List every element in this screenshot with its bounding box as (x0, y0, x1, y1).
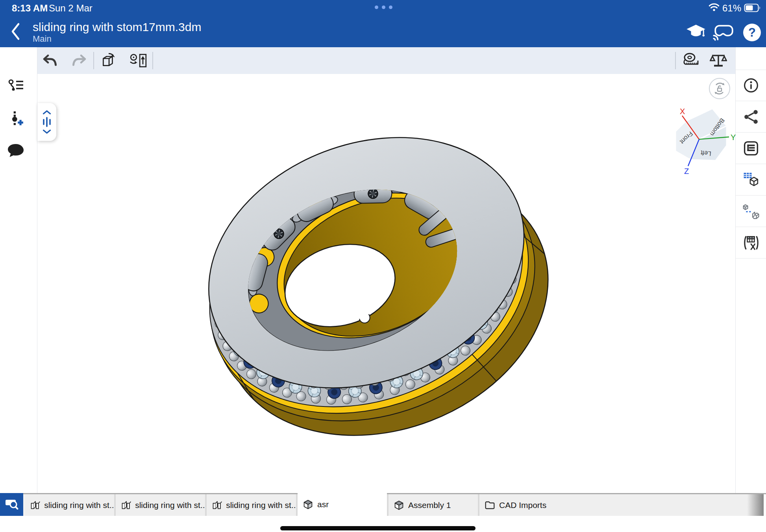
history-items-button[interactable] (8, 79, 24, 94)
tab-document-2[interactable]: sliding ring with st... (116, 494, 205, 516)
comments-button[interactable] (7, 143, 24, 158)
export-box-button[interactable] (100, 52, 117, 69)
tab-document-3[interactable]: sliding ring with st... (207, 494, 296, 516)
title-bar: sliding ring with stom17mm.3dm Main ? (0, 16, 766, 47)
multitasking-dots-icon[interactable] (375, 6, 392, 9)
tab-label: sliding ring with st... (135, 501, 205, 510)
toolbar-separator (675, 52, 676, 69)
measure-tape-button[interactable] (682, 53, 700, 68)
rotation-lock-button[interactable] (709, 78, 730, 99)
variables-icon (743, 235, 759, 251)
tab-bar-empty (569, 494, 766, 516)
rotation-lock-icon (712, 81, 727, 96)
chevron-up-icon[interactable] (43, 110, 51, 115)
revolve-tool-button[interactable] (130, 52, 148, 69)
workspace-name: Main (33, 34, 52, 44)
tab-label: asr (317, 500, 329, 509)
tab-bar: sliding ring with st... sliding ring wit… (0, 493, 766, 516)
chevron-down-icon[interactable] (43, 129, 51, 134)
help-button[interactable]: ? (743, 24, 761, 41)
outline-list-icon (744, 141, 759, 156)
document-title: sliding ring with stom17mm.3dm (33, 20, 201, 34)
history-slider-icon[interactable] (42, 117, 52, 127)
right-sidebar (735, 47, 766, 493)
toolbar-separator (152, 52, 153, 69)
axis-x-label: X (680, 108, 685, 116)
left-sidebar (0, 47, 37, 493)
back-button[interactable] (10, 22, 21, 41)
tab-bar-edge (764, 494, 766, 516)
home-indicator[interactable] (280, 526, 476, 530)
tab-label: sliding ring with st... (44, 501, 114, 510)
design-doc-icon (30, 500, 40, 511)
wifi-icon (709, 3, 720, 11)
toolbar-separator (93, 52, 94, 69)
visor-ar-icon[interactable] (712, 24, 735, 41)
tab-cad-imports[interactable]: CAD Imports (479, 494, 569, 516)
design-doc-icon (121, 500, 131, 511)
viewport-3d[interactable] (37, 74, 735, 493)
position-button[interactable] (736, 196, 766, 227)
app-window: 8:13 AM Sun 2 Mar 61% sliding ring with … (0, 0, 766, 532)
battery-icon (744, 4, 761, 12)
status-bar: 8:13 AM Sun 2 Mar 61% (0, 0, 766, 16)
cube-icon (394, 500, 404, 511)
axis-y-label: Y (731, 133, 736, 142)
appearance-cube-icon (743, 172, 759, 188)
battery-percent: 61% (722, 3, 741, 14)
tab-label: sliding ring with st... (226, 501, 296, 510)
undo-button[interactable] (43, 54, 57, 68)
toolbar (37, 47, 735, 74)
folder-icon (485, 500, 495, 511)
axis-z-label: Z (684, 167, 689, 175)
status-date: Sun 2 Mar (49, 3, 93, 14)
redo-button[interactable] (72, 54, 86, 68)
status-time: 8:13 AM (12, 3, 48, 14)
view-cube[interactable]: Bottom Front Left X Y Z (669, 108, 737, 178)
project-browser-button[interactable] (0, 493, 23, 516)
weight-scale-button[interactable] (710, 53, 727, 68)
tab-bar-scroll-shadow (747, 494, 764, 516)
share-button[interactable] (736, 101, 766, 133)
share-icon (744, 109, 759, 124)
search-icon (4, 497, 19, 512)
add-step-button[interactable] (9, 111, 24, 127)
info-icon (744, 78, 759, 93)
info-button[interactable] (736, 70, 766, 101)
tab-assembly-1[interactable]: Assembly 1 (389, 494, 478, 516)
appearance-button[interactable] (736, 164, 766, 196)
position-bodies-icon (743, 203, 759, 220)
help-glyph: ? (748, 26, 756, 40)
tab-document-1[interactable]: sliding ring with st... (25, 494, 114, 516)
tab-label: CAD Imports (499, 501, 546, 510)
cube-face-left: Left (700, 150, 712, 157)
variables-button[interactable] (736, 227, 766, 259)
learn-graduation-cap-icon[interactable] (686, 24, 706, 41)
history-slider-widget[interactable] (37, 103, 56, 141)
tab-asr-active[interactable]: asr (298, 493, 387, 516)
ring-group (166, 91, 586, 482)
ring-model (37, 74, 735, 493)
design-doc-icon (212, 500, 222, 511)
tab-label: Assembly 1 (408, 501, 451, 510)
outline-list-button[interactable] (736, 133, 766, 164)
cube-icon (303, 499, 313, 510)
